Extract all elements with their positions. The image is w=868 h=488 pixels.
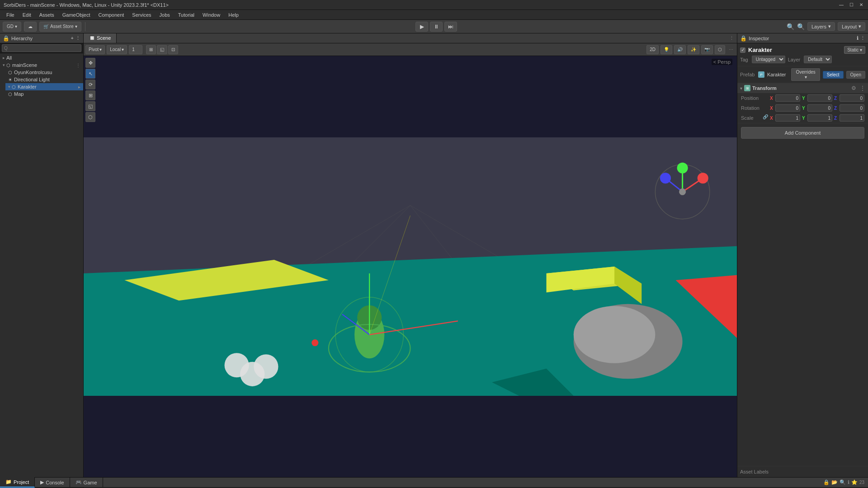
hierarchy-item-oyunkontrolcusu[interactable]: ⬡ OyunKontrolcusu: [5, 69, 83, 76]
overrides-button[interactable]: Overrides ▾: [791, 68, 820, 81]
position-y-input[interactable]: [807, 94, 832, 102]
step-button[interactable]: ⏭: [444, 22, 457, 32]
scene-canvas[interactable]: ✥ ↖ ⟳ ⊞ ◱ ⬡ < Persp: [84, 56, 737, 477]
menu-window[interactable]: Window: [199, 11, 224, 19]
view-2d-btn[interactable]: 2D: [646, 45, 659, 54]
object-enable-checkbox[interactable]: ✓: [740, 47, 745, 53]
menu-help[interactable]: Help: [225, 11, 242, 19]
grid-snap-btn[interactable]: ⊞: [146, 45, 156, 54]
svg-point-34: [679, 188, 686, 195]
menu-gameobject[interactable]: GameObject: [59, 11, 94, 19]
prefab-open-button[interactable]: Open: [846, 71, 865, 79]
snap-btn[interactable]: ◱: [157, 45, 167, 54]
menu-file[interactable]: File: [3, 11, 18, 19]
scale-z-input[interactable]: [840, 114, 864, 122]
scale-x-input[interactable]: [775, 114, 800, 122]
hier-expand-icon[interactable]: ▸: [78, 84, 80, 89]
hierarchy-item-mainscene[interactable]: ▾ ⬡ mainScene ⋮: [0, 61, 83, 69]
y-axis-label: Y: [802, 96, 807, 101]
info-icon[interactable]: ℹ: [848, 479, 849, 485]
position-z-input[interactable]: [840, 94, 864, 102]
pause-button[interactable]: ⏸: [430, 22, 443, 32]
tab-console[interactable]: ▶ Console: [35, 478, 70, 487]
sy-axis-label: Y: [802, 116, 807, 121]
tab-project[interactable]: 📁 Project: [0, 477, 35, 488]
prefab-file-icon: P: [758, 71, 764, 78]
layer-dropdown[interactable]: Default: [804, 56, 832, 63]
scene-snap-controls: ⊞ ◱ ⊡: [146, 45, 178, 54]
folder-icon[interactable]: 📂: [831, 479, 838, 485]
menu-edit[interactable]: Edit: [19, 11, 35, 19]
transform-header[interactable]: ▾ ⊞ Transform ⚙ ⋮: [737, 83, 868, 93]
menu-tutorial[interactable]: Tutorial: [175, 11, 198, 19]
hierarchy-menu-icon[interactable]: ⋮: [75, 35, 80, 41]
select-tool[interactable]: ↖: [85, 69, 95, 79]
object-name: Karakter: [748, 47, 772, 53]
transform-tool[interactable]: ⬡: [85, 112, 95, 122]
hierarchy-search-bar: [0, 43, 83, 53]
maximize-button[interactable]: ☐: [848, 2, 854, 8]
close-button[interactable]: ✕: [858, 2, 864, 8]
audio-btn[interactable]: 🔊: [674, 45, 686, 54]
lock-icon[interactable]: 🔒: [823, 479, 830, 485]
lighting-btn[interactable]: 💡: [660, 45, 672, 54]
add-component-button[interactable]: Add Component: [741, 127, 864, 139]
menu-jobs[interactable]: Jobs: [156, 11, 174, 19]
transform-settings-icon[interactable]: ⚙: [851, 85, 856, 91]
asset-store-button[interactable]: 🛒 Asset Store ▾: [39, 22, 81, 32]
scene-more-icon[interactable]: ⋮: [726, 35, 737, 41]
scene-cam-btn[interactable]: 📷: [701, 45, 713, 54]
transform-overflow-icon[interactable]: ⋮: [860, 85, 865, 91]
static-dropdown[interactable]: Static ▾: [844, 46, 865, 54]
hierarchy-item-directionallight[interactable]: ☀ Directional Light: [5, 76, 83, 83]
rotation-y-input[interactable]: [807, 104, 832, 112]
snap-value[interactable]: 1: [129, 45, 142, 54]
hierarchy-item-map[interactable]: ⬡ Map: [5, 90, 83, 98]
hierarchy-search-input[interactable]: [2, 44, 81, 52]
cloud-button[interactable]: ☁: [24, 22, 37, 32]
minimize-button[interactable]: —: [838, 2, 844, 8]
search-icon[interactable]: 🔍: [840, 479, 846, 485]
play-button[interactable]: ▶: [415, 22, 428, 32]
menu-services[interactable]: Services: [128, 11, 155, 19]
inspector-menu-icon[interactable]: ⋮: [860, 35, 865, 41]
inspector-lock-icon[interactable]: 🔒: [740, 35, 747, 42]
rect-tool[interactable]: ◱: [85, 101, 95, 111]
hierarchy-item-karakter[interactable]: ▾ ⬡ Karakter ▸: [5, 83, 83, 90]
star-icon[interactable]: ⭐: [851, 479, 858, 485]
local-button[interactable]: Local▾: [107, 45, 127, 54]
hier-menu-icon[interactable]: ⋮: [76, 63, 80, 68]
scale-tool[interactable]: ⊞: [85, 90, 95, 100]
inspector-panel: 🔒 Inspector ℹ ⋮ ✓ Karakter Static ▾ Tag: [737, 33, 868, 477]
sz-axis-label: Z: [834, 116, 839, 121]
scale-y-input[interactable]: [807, 114, 832, 122]
rotation-z-input[interactable]: [840, 104, 864, 112]
prefab-select-button[interactable]: Select: [823, 71, 844, 79]
tab-game[interactable]: 🎮 Game: [70, 478, 103, 487]
position-x-input[interactable]: [775, 94, 800, 102]
menu-assets[interactable]: Assets: [36, 11, 58, 19]
pivot-button[interactable]: Pivot▾: [85, 45, 105, 54]
gizmos-btn[interactable]: ⬡: [715, 45, 725, 54]
inspector-info-icon[interactable]: ℹ: [857, 35, 859, 41]
hierarchy-lock-icon[interactable]: 🔒: [3, 35, 9, 42]
hierarchy-content: ▸ All ▾ ⬡ mainScene ⋮ ⬡ OyunKontrolcusu …: [0, 53, 83, 477]
menu-component[interactable]: Component: [94, 11, 127, 19]
layout-button[interactable]: Layout ▾: [838, 22, 865, 31]
rotation-x-input[interactable]: [775, 104, 800, 112]
rotate-tool[interactable]: ⟳: [85, 80, 95, 89]
scale-lock-icon[interactable]: 🔗: [763, 114, 768, 120]
perspective-label: < Persp: [712, 59, 732, 65]
tab-scene[interactable]: 🔲 Scene: [84, 33, 117, 43]
hierarchy-add-icon[interactable]: +: [71, 35, 74, 41]
account-button[interactable]: GD ▾: [3, 22, 21, 32]
tag-dropdown[interactable]: Untagged: [752, 56, 785, 63]
inspector-name-row: ✓ Karakter Static ▾: [740, 46, 865, 54]
menubar: File Edit Assets GameObject Component Se…: [0, 10, 868, 20]
hierarchy-item-all[interactable]: ▸ All: [0, 54, 83, 61]
move-tool[interactable]: ✥: [85, 58, 95, 68]
layers-button[interactable]: Layers ▾: [807, 22, 835, 31]
snap2-btn[interactable]: ⊡: [168, 45, 178, 54]
effects-btn[interactable]: ✨: [688, 45, 699, 54]
chevron-down-icon: ▾: [805, 75, 807, 80]
